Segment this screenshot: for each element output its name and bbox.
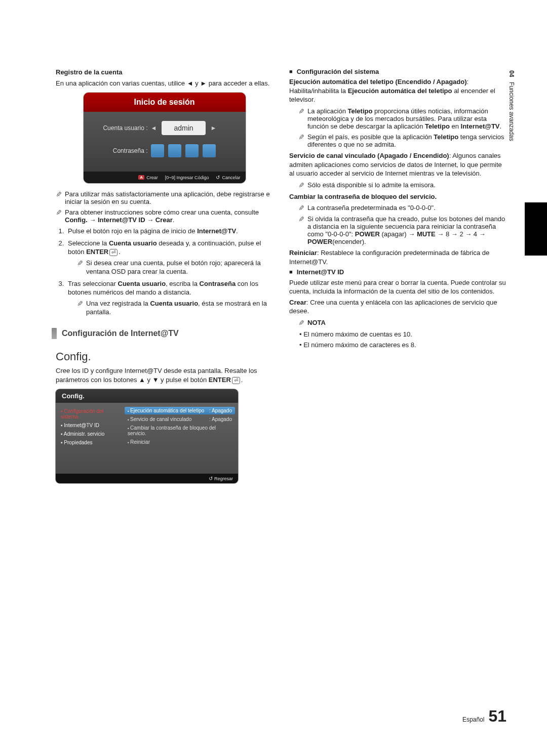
password-input[interactable] bbox=[151, 144, 216, 157]
note-reset-pw: Si olvida la contraseña que ha creado, p… bbox=[307, 215, 506, 245]
heading-registro: Registro de la cuenta bbox=[56, 68, 273, 77]
login-foot-create[interactable]: ACrear bbox=[138, 175, 158, 180]
login-pass-label: Contraseña : bbox=[90, 147, 151, 154]
chapter-title: Funciones avanzadas bbox=[507, 82, 516, 141]
config-row-password[interactable]: Cambiar la contraseña de bloqueo del ser… bbox=[125, 424, 235, 437]
sidebar-item-system[interactable]: ▪ Configuración del sistema bbox=[56, 407, 122, 421]
note-default-pw: La contraseña predeterminada es "0-0-0-0… bbox=[307, 204, 506, 212]
login-user-value[interactable]: admin bbox=[162, 121, 205, 135]
label-nota: NOTA bbox=[307, 319, 506, 327]
next-user-icon[interactable]: ► bbox=[211, 124, 217, 132]
note-channel-avail: Sólo está disponible si lo admite la emi… bbox=[307, 181, 506, 189]
note-icon bbox=[77, 259, 86, 276]
note-instructions: Para obtener instrucciones sobre cómo cr… bbox=[65, 208, 273, 224]
text-channel-service: Servicio de canal vinculado (Apagado / E… bbox=[289, 151, 506, 178]
heading-change-password: Cambiar la contraseña de bloqueo del ser… bbox=[289, 192, 506, 201]
edge-tab bbox=[525, 202, 547, 256]
login-foot-cancel[interactable]: Cancelar bbox=[216, 175, 240, 180]
step-2: Seleccione la Cuenta usuario deseada y, … bbox=[66, 239, 273, 276]
grey-heading: Configuración de Internet@TV bbox=[52, 328, 273, 339]
note-icon bbox=[298, 133, 307, 148]
step-1: Pulse el botón rojo en la página de inic… bbox=[66, 227, 273, 236]
steps-list: Pulse el botón rojo en la página de inic… bbox=[56, 227, 273, 317]
login-foot-code: [0~9] Ingresar Código bbox=[165, 175, 209, 180]
note-icon bbox=[56, 208, 65, 224]
prev-user-icon[interactable]: ◄ bbox=[151, 124, 157, 132]
note-ticker-app: La aplicación Teletipo proporciona útile… bbox=[307, 107, 506, 130]
heading-config: Config. bbox=[56, 350, 273, 363]
heading-system-config: Configuración del sistema bbox=[297, 68, 506, 75]
note-icon bbox=[298, 204, 307, 212]
config-sidebar: ▪ Configuración del sistema ▪ Internet@T… bbox=[56, 403, 122, 474]
login-panel: Inicio de sesión Cuenta usuario : ◄ admi… bbox=[84, 93, 246, 183]
note-icon bbox=[298, 107, 307, 130]
nota-list: El número máximo de cuentas es 10. El nú… bbox=[289, 330, 506, 350]
note-icon bbox=[77, 299, 86, 317]
note-register: Para utilizar más satisfactoriamente una… bbox=[65, 190, 273, 205]
login-title: Inicio de sesión bbox=[84, 93, 246, 112]
step-3: Tras seleccionar Cuenta usuario, escriba… bbox=[66, 279, 273, 317]
footer-lang: Español bbox=[462, 716, 484, 723]
config-title: Config. bbox=[56, 389, 238, 403]
footer-page: 51 bbox=[488, 707, 506, 726]
config-row-reset[interactable]: Reiniciar bbox=[125, 438, 235, 446]
note-ticker-country: Según el país, es posible que la aplicac… bbox=[307, 133, 506, 148]
sidebar-item-id[interactable]: ▪ Internet@TV ID bbox=[56, 421, 122, 430]
side-tab: 04 Funciones avanzadas bbox=[506, 68, 517, 141]
config-footer: Regresar bbox=[56, 474, 238, 483]
text-config: Cree los ID y configure Internet@TV desd… bbox=[56, 366, 273, 384]
text-reset: Reiniciar: Restablece la configuración p… bbox=[289, 248, 506, 266]
nota-item-1: El número máximo de cuentas es 10. bbox=[299, 330, 506, 339]
note-icon bbox=[298, 181, 307, 189]
text-registro: En una aplicación con varias cuentas, ut… bbox=[56, 79, 273, 88]
nota-item-2: El número máximo de caracteres es 8. bbox=[299, 341, 506, 350]
note-icon bbox=[298, 319, 307, 327]
sidebar-item-admin[interactable]: ▪ Administr. servicio bbox=[56, 430, 122, 438]
chapter-number: 04 bbox=[507, 68, 516, 82]
sidebar-item-props[interactable]: ▪ Propiedades bbox=[56, 438, 122, 447]
config-panel: Config. ▪ Configuración del sistema ▪ In… bbox=[56, 389, 238, 483]
text-create: Crear: Cree una cuenta y enlácela con la… bbox=[289, 298, 506, 316]
text-id-body: Puede utilizar este menú para crear o bo… bbox=[289, 278, 506, 296]
config-main: Ejecución automática del teletipo : Apag… bbox=[122, 403, 238, 474]
heading-internet-tv-id: Internet@TV ID bbox=[297, 268, 506, 276]
text-ticker-autorun: Ejecución automática del teletipo (Encen… bbox=[289, 77, 506, 104]
config-row-channel[interactable]: Servicio de canal vinculado : Apagado bbox=[125, 415, 235, 423]
note-icon bbox=[298, 215, 307, 245]
config-row-ticker[interactable]: Ejecución automática del teletipo : Apag… bbox=[125, 407, 235, 414]
page-footer: Español 51 bbox=[462, 707, 506, 726]
note-icon bbox=[56, 190, 65, 205]
login-user-label: Cuenta usuario : bbox=[90, 124, 151, 132]
